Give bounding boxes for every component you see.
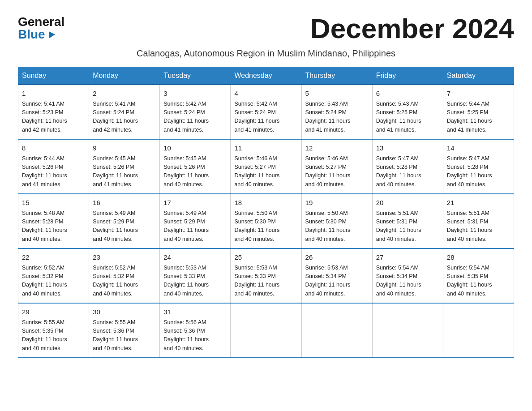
day-number: 27 [376, 253, 439, 263]
calendar-cell: 8 Sunrise: 5:44 AMSunset: 5:26 PMDayligh… [18, 139, 89, 194]
day-number: 17 [163, 198, 227, 208]
day-number: 3 [163, 89, 227, 99]
day-info: Sunrise: 5:53 AMSunset: 5:34 PMDaylight:… [305, 265, 351, 297]
day-info: Sunrise: 5:49 AMSunset: 5:29 PMDaylight:… [163, 210, 209, 242]
svg-marker-0 [49, 31, 55, 39]
calendar-cell [231, 303, 301, 358]
logo-triangle-icon [47, 30, 57, 39]
day-number: 31 [163, 307, 227, 317]
calendar-week-row: 1 Sunrise: 5:41 AMSunset: 5:23 PMDayligh… [18, 85, 514, 139]
calendar-week-row: 22 Sunrise: 5:52 AMSunset: 5:32 PMDaylig… [18, 248, 514, 303]
calendar-cell: 28 Sunrise: 5:54 AMSunset: 5:35 PMDaylig… [443, 248, 514, 303]
calendar-cell: 17 Sunrise: 5:49 AMSunset: 5:29 PMDaylig… [160, 194, 231, 248]
day-number: 6 [376, 89, 439, 99]
calendar-cell: 11 Sunrise: 5:46 AMSunset: 5:27 PMDaylig… [231, 139, 301, 194]
day-info: Sunrise: 5:55 AMSunset: 5:35 PMDaylight:… [22, 319, 67, 351]
calendar-cell: 22 Sunrise: 5:52 AMSunset: 5:32 PMDaylig… [18, 248, 89, 303]
day-info: Sunrise: 5:43 AMSunset: 5:24 PMDaylight:… [305, 101, 351, 133]
day-info: Sunrise: 5:46 AMSunset: 5:27 PMDaylight:… [305, 155, 351, 188]
day-info: Sunrise: 5:51 AMSunset: 5:31 PMDaylight:… [376, 210, 421, 242]
day-number: 14 [447, 143, 510, 154]
column-header-sunday: Sunday [18, 67, 89, 85]
calendar-cell: 5 Sunrise: 5:43 AMSunset: 5:24 PMDayligh… [301, 85, 372, 139]
calendar-cell: 18 Sunrise: 5:50 AMSunset: 5:30 PMDaylig… [231, 194, 301, 248]
calendar-cell: 13 Sunrise: 5:47 AMSunset: 5:28 PMDaylig… [372, 139, 443, 194]
day-info: Sunrise: 5:46 AMSunset: 5:27 PMDaylight:… [234, 155, 279, 188]
day-number: 21 [447, 198, 510, 208]
month-title: December 2024 [310, 13, 514, 44]
day-number: 9 [93, 143, 156, 154]
day-info: Sunrise: 5:52 AMSunset: 5:32 PMDaylight:… [22, 265, 67, 297]
column-header-thursday: Thursday [301, 67, 372, 85]
column-header-tuesday: Tuesday [160, 67, 231, 85]
calendar-cell: 27 Sunrise: 5:54 AMSunset: 5:34 PMDaylig… [372, 248, 443, 303]
calendar-cell: 15 Sunrise: 5:48 AMSunset: 5:28 PMDaylig… [18, 194, 89, 248]
calendar-cell: 30 Sunrise: 5:55 AMSunset: 5:36 PMDaylig… [89, 303, 160, 358]
day-info: Sunrise: 5:53 AMSunset: 5:33 PMDaylight:… [163, 265, 209, 297]
calendar-cell: 24 Sunrise: 5:53 AMSunset: 5:33 PMDaylig… [160, 248, 231, 303]
day-info: Sunrise: 5:42 AMSunset: 5:24 PMDaylight:… [234, 101, 279, 133]
day-number: 7 [447, 89, 510, 99]
day-info: Sunrise: 5:52 AMSunset: 5:32 PMDaylight:… [93, 265, 138, 297]
calendar-cell [372, 303, 443, 358]
day-info: Sunrise: 5:41 AMSunset: 5:23 PMDaylight:… [22, 101, 67, 133]
day-number: 5 [305, 89, 369, 99]
day-info: Sunrise: 5:55 AMSunset: 5:36 PMDaylight:… [93, 319, 138, 351]
day-info: Sunrise: 5:50 AMSunset: 5:30 PMDaylight:… [305, 210, 351, 242]
calendar-cell: 10 Sunrise: 5:45 AMSunset: 5:26 PMDaylig… [160, 139, 231, 194]
calendar-cell: 6 Sunrise: 5:43 AMSunset: 5:25 PMDayligh… [372, 85, 443, 139]
column-header-friday: Friday [372, 67, 443, 85]
day-number: 22 [22, 253, 85, 263]
day-info: Sunrise: 5:48 AMSunset: 5:28 PMDaylight:… [22, 210, 67, 242]
calendar-cell: 1 Sunrise: 5:41 AMSunset: 5:23 PMDayligh… [18, 85, 89, 139]
day-number: 20 [376, 198, 439, 208]
calendar-cell: 7 Sunrise: 5:44 AMSunset: 5:25 PMDayligh… [443, 85, 514, 139]
calendar-cell [301, 303, 372, 358]
day-number: 18 [234, 198, 297, 208]
column-header-monday: Monday [89, 67, 160, 85]
day-number: 2 [93, 89, 156, 99]
day-number: 24 [163, 253, 227, 263]
calendar-cell [443, 303, 514, 358]
day-number: 15 [22, 198, 85, 208]
calendar-cell: 14 Sunrise: 5:47 AMSunset: 5:28 PMDaylig… [443, 139, 514, 194]
day-number: 26 [305, 253, 369, 263]
day-info: Sunrise: 5:45 AMSunset: 5:26 PMDaylight:… [163, 155, 209, 188]
calendar-week-row: 15 Sunrise: 5:48 AMSunset: 5:28 PMDaylig… [18, 194, 514, 248]
day-info: Sunrise: 5:50 AMSunset: 5:30 PMDaylight:… [234, 210, 279, 242]
calendar-cell: 20 Sunrise: 5:51 AMSunset: 5:31 PMDaylig… [372, 194, 443, 248]
day-info: Sunrise: 5:56 AMSunset: 5:36 PMDaylight:… [163, 319, 209, 351]
day-number: 11 [234, 143, 297, 154]
column-header-saturday: Saturday [443, 67, 514, 85]
day-number: 16 [93, 198, 156, 208]
calendar-cell: 29 Sunrise: 5:55 AMSunset: 5:35 PMDaylig… [18, 303, 89, 358]
calendar-week-row: 8 Sunrise: 5:44 AMSunset: 5:26 PMDayligh… [18, 139, 514, 194]
day-number: 13 [376, 143, 439, 154]
calendar-table: SundayMondayTuesdayWednesdayThursdayFrid… [18, 67, 514, 358]
day-info: Sunrise: 5:44 AMSunset: 5:25 PMDaylight:… [447, 101, 492, 133]
day-info: Sunrise: 5:43 AMSunset: 5:25 PMDaylight:… [376, 101, 421, 133]
calendar-cell: 25 Sunrise: 5:53 AMSunset: 5:33 PMDaylig… [231, 248, 301, 303]
calendar-cell: 12 Sunrise: 5:46 AMSunset: 5:27 PMDaylig… [301, 139, 372, 194]
logo-blue-text: Blue [18, 28, 57, 41]
calendar-cell: 26 Sunrise: 5:53 AMSunset: 5:34 PMDaylig… [301, 248, 372, 303]
calendar-cell: 4 Sunrise: 5:42 AMSunset: 5:24 PMDayligh… [231, 85, 301, 139]
day-info: Sunrise: 5:54 AMSunset: 5:34 PMDaylight:… [376, 265, 421, 297]
subtitle: Calanogas, Autonomous Region in Muslim M… [18, 48, 514, 59]
calendar-cell: 3 Sunrise: 5:42 AMSunset: 5:24 PMDayligh… [160, 85, 231, 139]
day-number: 19 [305, 198, 369, 208]
column-header-wednesday: Wednesday [231, 67, 301, 85]
day-info: Sunrise: 5:54 AMSunset: 5:35 PMDaylight:… [447, 265, 492, 297]
header-row: SundayMondayTuesdayWednesdayThursdayFrid… [18, 67, 514, 85]
day-info: Sunrise: 5:53 AMSunset: 5:33 PMDaylight:… [234, 265, 279, 297]
day-info: Sunrise: 5:42 AMSunset: 5:24 PMDaylight:… [163, 101, 209, 133]
calendar-cell: 31 Sunrise: 5:56 AMSunset: 5:36 PMDaylig… [160, 303, 231, 358]
day-info: Sunrise: 5:49 AMSunset: 5:29 PMDaylight:… [93, 210, 138, 242]
day-info: Sunrise: 5:41 AMSunset: 5:24 PMDaylight:… [93, 101, 138, 133]
header: General Blue December 2024 [18, 13, 514, 44]
logo: General Blue [18, 13, 64, 41]
day-info: Sunrise: 5:47 AMSunset: 5:28 PMDaylight:… [447, 155, 492, 188]
calendar-cell: 2 Sunrise: 5:41 AMSunset: 5:24 PMDayligh… [89, 85, 160, 139]
logo-general-text: General [18, 16, 64, 28]
day-number: 30 [93, 307, 156, 317]
